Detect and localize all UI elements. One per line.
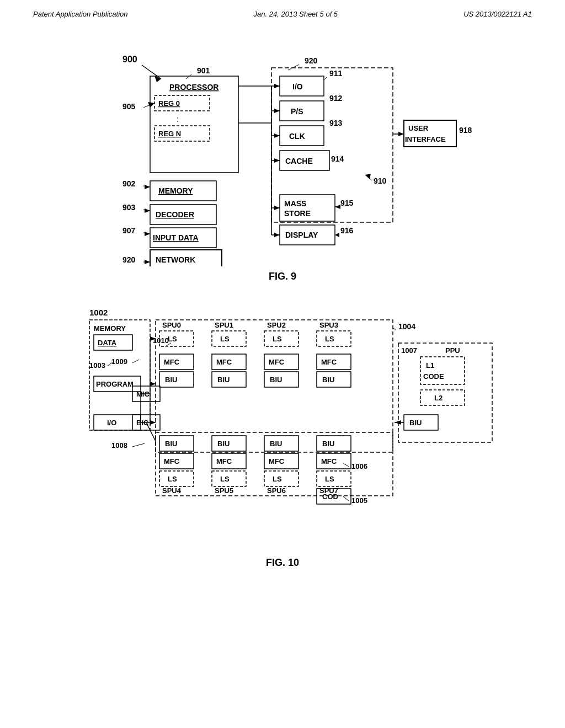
fig10-diagram: 1002 MEMORY DATA 1003 PROGRAM I/O 1004 S… [73, 299, 492, 553]
svg-text:SPU3: SPU3 [319, 321, 338, 329]
fig9-diagram: 900 901 PROCESSOR REG 0 : REG N 905 920 [89, 35, 476, 266]
svg-text:LS: LS [168, 475, 177, 483]
svg-marker-14 [148, 102, 154, 108]
svg-marker-190 [150, 382, 156, 386]
svg-text:CACHE: CACHE [285, 157, 313, 165]
svg-text:LS: LS [168, 335, 177, 343]
svg-text:920: 920 [122, 255, 136, 264]
svg-text:I/O: I/O [107, 419, 116, 427]
svg-text:DISPLAY: DISPLAY [285, 231, 318, 239]
svg-text:BIU: BIU [409, 419, 422, 427]
svg-text:SPU0: SPU0 [162, 321, 181, 329]
svg-text:PROCESSOR: PROCESSOR [169, 83, 218, 92]
svg-marker-79 [274, 109, 280, 113]
svg-text:COD: COD [322, 493, 338, 501]
svg-text:DATA: DATA [98, 339, 117, 347]
svg-text:918: 918 [459, 126, 472, 135]
svg-text:BIU: BIU [270, 376, 282, 384]
svg-rect-97 [94, 415, 141, 430]
svg-line-5 [186, 74, 191, 79]
svg-text:BIU: BIU [217, 440, 230, 448]
svg-line-170 [343, 496, 349, 501]
svg-text:912: 912 [329, 94, 343, 103]
svg-text:INPUT DATA: INPUT DATA [153, 233, 199, 242]
svg-text:LS: LS [273, 335, 282, 343]
svg-marker-62 [145, 208, 150, 213]
svg-text:BIU: BIU [322, 376, 334, 384]
svg-marker-87 [274, 233, 280, 237]
svg-text:913: 913 [329, 119, 343, 127]
svg-text:1010: 1010 [153, 336, 169, 345]
svg-text:LS: LS [325, 475, 334, 483]
svg-rect-173 [398, 343, 492, 442]
svg-text:MFC: MFC [321, 457, 337, 465]
svg-text:REG  0: REG 0 [158, 99, 180, 108]
svg-marker-192 [150, 420, 156, 425]
svg-line-197 [146, 422, 156, 441]
svg-text:NETWORK: NETWORK [156, 255, 195, 264]
svg-text:MEMORY: MEMORY [158, 186, 193, 195]
svg-text:903: 903 [122, 203, 136, 212]
header-right: US 2013/0022121 A1 [463, 10, 532, 18]
svg-text:911: 911 [329, 69, 343, 78]
svg-text:USER: USER [408, 124, 429, 132]
svg-text:MFC: MFC [321, 358, 337, 366]
svg-text:1002: 1002 [89, 308, 108, 317]
svg-marker-41 [398, 132, 404, 136]
svg-text:LS: LS [220, 475, 230, 483]
svg-text:1005: 1005 [351, 496, 367, 505]
svg-text:920: 920 [305, 56, 318, 65]
svg-text:910: 910 [374, 176, 387, 185]
svg-text:DECODER: DECODER [156, 210, 194, 219]
svg-text:915: 915 [340, 199, 354, 207]
svg-text:PPU: PPU [445, 346, 460, 355]
svg-text:LS: LS [273, 475, 282, 483]
svg-text:SPU2: SPU2 [267, 321, 286, 329]
svg-marker-184 [395, 420, 401, 425]
svg-text:MFC: MFC [164, 358, 180, 366]
svg-text:I/O: I/O [292, 82, 303, 91]
svg-line-101 [393, 328, 396, 330]
header-left: Patent Application Publication [33, 10, 128, 18]
svg-text:SPU5: SPU5 [215, 486, 233, 495]
header-center: Jan. 24, 2013 Sheet 5 of 5 [254, 10, 338, 18]
svg-text:907: 907 [122, 226, 136, 235]
svg-text:1006: 1006 [351, 462, 367, 470]
svg-text:SPU4: SPU4 [162, 486, 182, 495]
svg-text:SPU1: SPU1 [215, 321, 233, 329]
svg-text:INTERFACE: INTERFACE [405, 135, 446, 143]
svg-text:PROGRAM: PROGRAM [96, 380, 134, 388]
svg-line-172 [343, 463, 349, 467]
svg-marker-85 [274, 206, 280, 210]
svg-line-147 [132, 443, 145, 447]
svg-marker-83 [274, 158, 280, 163]
svg-text:BIU: BIU [217, 376, 230, 384]
svg-text:MEMORY: MEMORY [94, 324, 126, 333]
svg-text:L2: L2 [434, 394, 443, 402]
svg-text:LS: LS [220, 335, 230, 343]
svg-text:REG  N: REG N [158, 130, 181, 138]
svg-text:MFC: MFC [216, 358, 232, 366]
svg-line-1 [142, 65, 161, 79]
svg-text:BIU: BIU [165, 440, 177, 448]
svg-text:901: 901 [197, 66, 210, 75]
svg-text:CODE: CODE [423, 372, 444, 381]
svg-text:BIU: BIU [165, 376, 177, 384]
svg-text:1007: 1007 [401, 346, 417, 355]
svg-text:916: 916 [340, 226, 354, 235]
svg-text:902: 902 [122, 179, 136, 188]
svg-text:BIU: BIU [270, 440, 282, 448]
svg-text:1003: 1003 [89, 361, 105, 370]
svg-marker-52 [335, 233, 339, 237]
svg-text:LS: LS [325, 335, 334, 343]
svg-text:1008: 1008 [111, 441, 127, 449]
svg-text:914: 914 [331, 154, 344, 163]
svg-line-18 [288, 65, 299, 70]
svg-text:MFC: MFC [269, 358, 285, 366]
svg-marker-81 [274, 133, 280, 138]
svg-marker-67 [145, 232, 150, 236]
svg-text:CLK: CLK [289, 132, 305, 141]
page-header: Patent Application Publication Jan. 24, … [0, 0, 565, 24]
svg-text:BIU: BIU [322, 440, 334, 448]
fig9-label: FIG. 9 [0, 271, 565, 282]
